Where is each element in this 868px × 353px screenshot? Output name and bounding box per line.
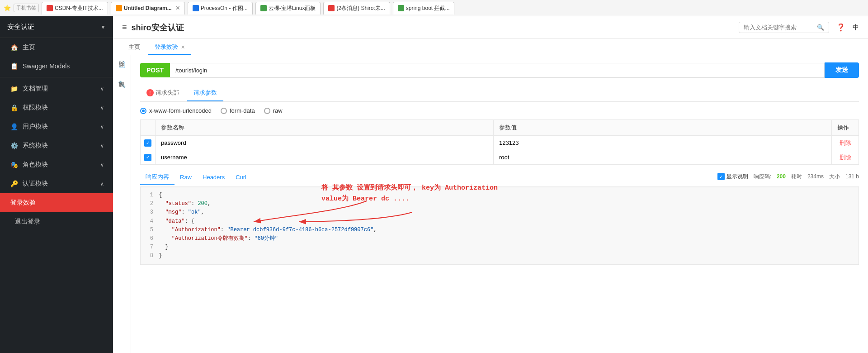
menu-icon: ≡ [122, 23, 127, 32]
lang-switcher[interactable]: 中 [853, 24, 859, 32]
sidebar-item-login-effect[interactable]: 登录效验 [0, 193, 113, 212]
resp-tab-curl[interactable]: Curl [230, 171, 252, 184]
left-icon-docs[interactable]: 📄 文档 [118, 61, 126, 72]
sidebar-item-users-label: 用户模块 [23, 123, 48, 131]
left-icon-debug[interactable]: 🔧 调试 [118, 81, 126, 91]
tab-login-effect-label: 登录效验 [155, 43, 178, 51]
app-layout: 安全认证 ▼ 🏠 主页 📋 Swagger Models 📁 文档管理 ∨ 🔒 … [0, 16, 868, 353]
browser-tab-mobile[interactable]: 手机书签 [14, 4, 39, 12]
req-tab-params-label: 请求参数 [193, 89, 217, 97]
row2-checkbox[interactable]: ✓ [144, 154, 151, 161]
row1-action-cell: 删除 [832, 136, 859, 150]
req-tab-params[interactable]: 请求参数 [187, 85, 223, 101]
sidebar-item-swagger-label: Swagger Models [23, 62, 70, 70]
auth-icon: 🔑 [10, 180, 18, 187]
sidebar-item-docs[interactable]: 📁 文档管理 ∨ [0, 79, 113, 98]
row2-checkbox-cell: ✓ [141, 150, 156, 165]
radio-formdata[interactable]: form-data [221, 107, 255, 114]
row2-value-cell [494, 150, 832, 165]
docs-arrow-icon: ∨ [100, 86, 104, 92]
resp-tab-raw[interactable]: Raw [175, 171, 197, 184]
system-icon: ⚙️ [10, 142, 18, 149]
req-tab-headers[interactable]: ! 请求头部 [140, 85, 185, 101]
users-icon: 👤 [10, 123, 18, 130]
browser-tab-processon[interactable]: ProcessOn - 作图... [188, 2, 253, 14]
sidebar-item-users[interactable]: 👤 用户模块 ∨ [0, 117, 113, 136]
code-content-1: { [159, 191, 162, 200]
sidebar-header: 安全认证 ▼ [0, 16, 113, 38]
baota-tab-label: 云棵-宝塔Linux面板 [269, 5, 316, 12]
home-icon: 🏠 [10, 44, 18, 51]
sidebar-item-perms[interactable]: 🔒 权限模块 ∨ [0, 98, 113, 117]
sidebar-item-swagger[interactable]: 📋 Swagger Models [0, 57, 113, 75]
sidebar-item-docs-label: 文档管理 [23, 85, 48, 93]
tab-home[interactable]: 主页 [122, 40, 146, 55]
row2-action-cell: 删除 [832, 150, 859, 165]
sidebar-item-auth-label: 认证模块 [23, 180, 48, 188]
sidebar-item-roles[interactable]: 🎭 角色模块 ∨ [0, 155, 113, 174]
untitled-tab-label: Untitled Diagram... [124, 5, 172, 11]
row1-checkbox[interactable]: ✓ [144, 139, 151, 147]
code-line-5: 5 "Authorization": "Bearer dcbf936d-9f7c… [144, 226, 855, 234]
code-linenum-3: 3 [144, 208, 153, 217]
left-sidebar-icons: 📄 文档 🔧 调试 [113, 55, 131, 353]
code-content-2: "status": 200, [159, 200, 211, 208]
sidebar-item-auth[interactable]: 🔑 认证模块 ∧ [0, 174, 113, 193]
sidebar-header-dropdown-icon[interactable]: ▼ [100, 24, 106, 30]
resp-tab-headers[interactable]: Headers [197, 171, 230, 184]
untitled-close-icon[interactable]: ✕ [175, 5, 180, 11]
params-table: 参数名称 参数值 操作 ✓ [140, 119, 859, 165]
tab-login-effect-close-icon[interactable]: ✕ [181, 44, 185, 50]
sidebar: 安全认证 ▼ 🏠 主页 📋 Swagger Models 📁 文档管理 ∨ 🔒 … [0, 16, 113, 353]
radio-raw-label: raw [273, 107, 283, 114]
method-badge: POST [140, 63, 170, 77]
sidebar-title: 安全认证 [7, 23, 34, 31]
tab-login-effect[interactable]: 登录效验 ✕ [148, 40, 191, 55]
sidebar-item-logout[interactable]: 退出登录 [0, 212, 113, 231]
code-content-4: "data": { [159, 217, 194, 226]
radio-urlencoded[interactable]: x-www-form-urlencoded [140, 107, 212, 114]
browser-tab-untitled[interactable]: Untitled Diagram... ✕ [111, 2, 185, 14]
send-button[interactable]: 发送 [825, 62, 859, 78]
radio-raw[interactable]: raw [264, 107, 283, 114]
baota-icon [260, 5, 267, 11]
code-content-8: } [159, 252, 162, 260]
help-icon[interactable]: ❓ [836, 23, 845, 32]
url-input[interactable] [170, 63, 825, 78]
search-icon[interactable]: 🔍 [817, 24, 824, 31]
docs-icon: 📁 [10, 85, 18, 92]
top-bar-right: 🔍 ❓ 中 [739, 22, 859, 33]
row1-value-cell [494, 136, 832, 150]
row1-value-input[interactable] [497, 138, 828, 148]
sidebar-item-login-effect-label: 登录效验 [10, 199, 36, 207]
browser-tab-shiro[interactable]: (2条消息) Shiro:未... [323, 2, 390, 14]
roles-arrow-icon: ∨ [100, 162, 104, 168]
request-tabs: ! 请求头部 请求参数 [140, 85, 859, 102]
csdn-tab-label: CSDN-专业IT技术... [55, 5, 103, 12]
sidebar-item-system[interactable]: ⚙️ 系统模块 ∨ [0, 136, 113, 155]
resp-tab-content[interactable]: 响应内容 [140, 170, 175, 185]
col-param-name: 参数名称 [156, 120, 494, 136]
code-linenum-1: 1 [144, 191, 153, 200]
main-content: ≡ shiro安全认证 🔍 ❓ 中 主页 登录效验 ✕ [113, 16, 868, 353]
sidebar-item-home[interactable]: 🏠 主页 [0, 38, 113, 57]
time-label: 耗时 [791, 173, 802, 181]
users-arrow-icon: ∨ [100, 124, 104, 130]
row1-delete-button[interactable]: 删除 [840, 139, 851, 146]
resp-size: 131 b [845, 173, 859, 180]
row2-name-input[interactable] [159, 152, 490, 162]
browser-tab-csdn[interactable]: CSDN-专业IT技术... [42, 2, 108, 14]
search-input[interactable] [744, 24, 814, 31]
show-desc-checkbox[interactable]: ✓ [717, 173, 725, 180]
row2-name-cell [156, 150, 494, 165]
perms-icon: 🔒 [10, 104, 18, 111]
code-linenum-8: 8 [144, 252, 153, 260]
browser-tab-bookmark[interactable]: ⭐ [4, 5, 11, 11]
code-content-5: "Authorization": "Bearer dcbf936d-9f7c-4… [159, 226, 377, 234]
row1-name-input[interactable] [159, 138, 490, 148]
row2-delete-button[interactable]: 删除 [840, 154, 851, 161]
row2-value-input[interactable] [497, 152, 828, 162]
browser-tab-springboot[interactable]: spring boot 拦截... [393, 2, 455, 14]
browser-tab-baota[interactable]: 云棵-宝塔Linux面板 [255, 2, 321, 14]
debug-panel-icon: 🔧 [118, 81, 126, 88]
